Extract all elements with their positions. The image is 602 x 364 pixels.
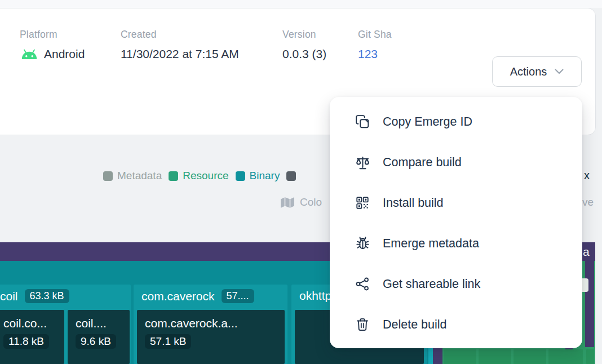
- field-label: Platform: [20, 29, 85, 41]
- legend-truncated-text-fragment: x: [584, 169, 590, 182]
- bug-icon: [355, 236, 370, 251]
- field-label: Git Sha: [358, 29, 392, 41]
- share-icon: [355, 276, 370, 292]
- treemap-green-tile[interactable]: [444, 349, 476, 364]
- group-size-badge: 57....: [222, 289, 254, 303]
- node-size-badge: 11.8 kB: [3, 334, 49, 349]
- treemap-green-tile[interactable]: [479, 349, 511, 364]
- menu-item-label: Emerge metadata: [383, 237, 479, 251]
- resource-swatch-icon: [169, 171, 178, 181]
- qr-code-icon: [355, 195, 370, 211]
- page-top-strip: [0, 0, 602, 8]
- menu-item-install-build[interactable]: Install build: [330, 183, 582, 223]
- field-created: Created 11/30/2022 at 7:15 AM: [121, 29, 239, 61]
- metadata-swatch-icon: [103, 171, 113, 181]
- treemap-node-coil2[interactable]: coil.... 9.6 kB: [68, 310, 130, 364]
- map-icon: [280, 197, 295, 208]
- menu-item-label: Copy Emerge ID: [383, 115, 472, 129]
- menu-item-get-shareable-link[interactable]: Get shareable link: [330, 264, 582, 304]
- trash-icon: [355, 317, 370, 332]
- menu-item-compare-build[interactable]: Compare build: [330, 142, 582, 183]
- legend-item-metadata[interactable]: Metadata: [103, 170, 162, 182]
- node-name: coil.co...: [3, 317, 64, 330]
- treemap-purple-strip-right: [585, 261, 594, 347]
- legend-label: Binary: [250, 170, 280, 182]
- actions-dropdown-menu: Copy Emerge ID Compare build: [330, 97, 582, 348]
- color-by-label-fragment: Colo: [300, 196, 322, 208]
- android-icon: [20, 48, 39, 61]
- field-label: Created: [121, 29, 239, 41]
- actions-button[interactable]: Actions: [492, 56, 582, 87]
- field-git-sha: Git Sha 123: [358, 29, 392, 61]
- group-size-badge: 63.3 kB: [25, 289, 69, 303]
- legend-item-resource[interactable]: Resource: [169, 170, 228, 182]
- legend-item-fourth[interactable]: [286, 171, 296, 181]
- menu-item-delete-build[interactable]: Delete build: [330, 304, 582, 345]
- git-sha-link[interactable]: 123: [358, 47, 378, 61]
- field-version: Version 0.0.3 (3): [282, 29, 326, 61]
- treemap-green-tile[interactable]: [574, 349, 583, 364]
- binary-swatch-icon: [236, 171, 245, 181]
- group-name: coil: [0, 290, 18, 303]
- copy-icon: [355, 114, 370, 130]
- treemap-node-coil-co[interactable]: coil.co... 11.8 kB: [0, 310, 64, 364]
- menu-item-emerge-metadata[interactable]: Emerge metadata: [330, 223, 582, 264]
- field-platform: Platform Android: [20, 29, 85, 61]
- treemap-green-tile[interactable]: [514, 349, 546, 364]
- field-label: Version: [282, 29, 326, 41]
- menu-item-copy-emerge-id[interactable]: Copy Emerge ID: [330, 101, 582, 142]
- chevron-down-icon: [555, 69, 564, 74]
- color-by-label-fragment-right: ve: [582, 196, 594, 208]
- menu-item-label: Compare build: [383, 156, 462, 170]
- group-name: com.caverock: [141, 290, 215, 303]
- node-name: com.caverock.a...: [145, 317, 285, 330]
- group-name: okhttp: [299, 289, 331, 303]
- menu-item-label: Get shareable link: [383, 277, 480, 291]
- platform-value: Android: [44, 47, 85, 61]
- node-size-badge: 57.1 kB: [145, 334, 191, 349]
- treemap-green-tile[interactable]: [586, 349, 594, 364]
- treemap-purple-strip-a: [433, 348, 442, 364]
- legend-label: Metadata: [117, 170, 162, 182]
- color-by-control[interactable]: Colo: [280, 196, 322, 208]
- actions-button-label: Actions: [510, 65, 547, 78]
- legend-item-binary[interactable]: Binary: [236, 170, 280, 182]
- menu-item-label: Delete build: [383, 318, 447, 332]
- legend-label: Resource: [183, 170, 228, 182]
- fourth-swatch-icon: [286, 171, 296, 181]
- scale-icon: [355, 154, 370, 170]
- treemap-node-caverock-a[interactable]: com.caverock.a... 57.1 kB: [137, 310, 285, 364]
- menu-item-label: Install build: [383, 196, 444, 210]
- created-value: 11/30/2022 at 7:15 AM: [121, 47, 239, 61]
- node-name: coil....: [76, 317, 130, 330]
- version-value: 0.0.3 (3): [282, 47, 326, 61]
- treemap-purple-band-label-fragment: a: [583, 245, 590, 259]
- node-size-badge: 9.6 kB: [76, 334, 116, 349]
- treemap-legend: Metadata Resource Binary: [103, 170, 296, 182]
- treemap-cyan-strip: [428, 348, 433, 364]
